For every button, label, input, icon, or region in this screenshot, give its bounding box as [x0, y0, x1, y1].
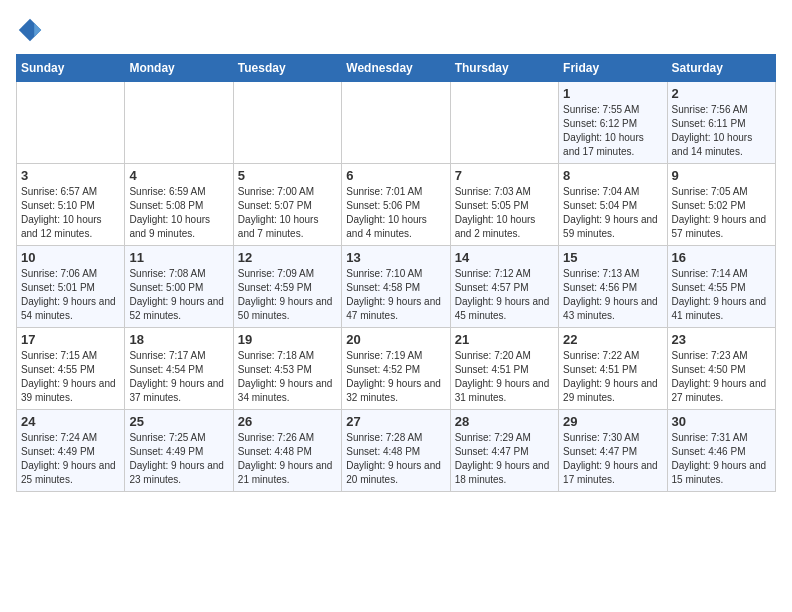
day-info: Sunrise: 7:01 AM Sunset: 5:06 PM Dayligh… [346, 185, 445, 241]
day-info: Sunrise: 7:20 AM Sunset: 4:51 PM Dayligh… [455, 349, 554, 405]
day-number: 10 [21, 250, 120, 265]
calendar-cell: 2Sunrise: 7:56 AM Sunset: 6:11 PM Daylig… [667, 82, 775, 164]
calendar-cell: 4Sunrise: 6:59 AM Sunset: 5:08 PM Daylig… [125, 164, 233, 246]
calendar-cell: 1Sunrise: 7:55 AM Sunset: 6:12 PM Daylig… [559, 82, 667, 164]
day-info: Sunrise: 6:57 AM Sunset: 5:10 PM Dayligh… [21, 185, 120, 241]
day-number: 18 [129, 332, 228, 347]
calendar-cell: 5Sunrise: 7:00 AM Sunset: 5:07 PM Daylig… [233, 164, 341, 246]
calendar-cell: 18Sunrise: 7:17 AM Sunset: 4:54 PM Dayli… [125, 328, 233, 410]
day-info: Sunrise: 6:59 AM Sunset: 5:08 PM Dayligh… [129, 185, 228, 241]
calendar-cell: 17Sunrise: 7:15 AM Sunset: 4:55 PM Dayli… [17, 328, 125, 410]
day-info: Sunrise: 7:15 AM Sunset: 4:55 PM Dayligh… [21, 349, 120, 405]
calendar-cell: 22Sunrise: 7:22 AM Sunset: 4:51 PM Dayli… [559, 328, 667, 410]
day-info: Sunrise: 7:08 AM Sunset: 5:00 PM Dayligh… [129, 267, 228, 323]
day-number: 27 [346, 414, 445, 429]
calendar-cell: 3Sunrise: 6:57 AM Sunset: 5:10 PM Daylig… [17, 164, 125, 246]
day-info: Sunrise: 7:04 AM Sunset: 5:04 PM Dayligh… [563, 185, 662, 241]
day-number: 9 [672, 168, 771, 183]
day-number: 19 [238, 332, 337, 347]
calendar-cell: 21Sunrise: 7:20 AM Sunset: 4:51 PM Dayli… [450, 328, 558, 410]
day-info: Sunrise: 7:19 AM Sunset: 4:52 PM Dayligh… [346, 349, 445, 405]
calendar-cell: 26Sunrise: 7:26 AM Sunset: 4:48 PM Dayli… [233, 410, 341, 492]
day-info: Sunrise: 7:26 AM Sunset: 4:48 PM Dayligh… [238, 431, 337, 487]
calendar-header-thursday: Thursday [450, 55, 558, 82]
calendar-header-tuesday: Tuesday [233, 55, 341, 82]
calendar: SundayMondayTuesdayWednesdayThursdayFrid… [16, 54, 776, 492]
day-number: 23 [672, 332, 771, 347]
day-number: 13 [346, 250, 445, 265]
calendar-header-saturday: Saturday [667, 55, 775, 82]
calendar-cell: 24Sunrise: 7:24 AM Sunset: 4:49 PM Dayli… [17, 410, 125, 492]
day-info: Sunrise: 7:05 AM Sunset: 5:02 PM Dayligh… [672, 185, 771, 241]
day-info: Sunrise: 7:18 AM Sunset: 4:53 PM Dayligh… [238, 349, 337, 405]
day-number: 12 [238, 250, 337, 265]
day-info: Sunrise: 7:25 AM Sunset: 4:49 PM Dayligh… [129, 431, 228, 487]
day-info: Sunrise: 7:23 AM Sunset: 4:50 PM Dayligh… [672, 349, 771, 405]
calendar-cell: 30Sunrise: 7:31 AM Sunset: 4:46 PM Dayli… [667, 410, 775, 492]
calendar-header-sunday: Sunday [17, 55, 125, 82]
calendar-cell: 25Sunrise: 7:25 AM Sunset: 4:49 PM Dayli… [125, 410, 233, 492]
calendar-cell: 9Sunrise: 7:05 AM Sunset: 5:02 PM Daylig… [667, 164, 775, 246]
day-number: 4 [129, 168, 228, 183]
logo [16, 16, 48, 44]
day-info: Sunrise: 7:13 AM Sunset: 4:56 PM Dayligh… [563, 267, 662, 323]
logo-icon [16, 16, 44, 44]
calendar-cell [342, 82, 450, 164]
day-number: 7 [455, 168, 554, 183]
calendar-cell [125, 82, 233, 164]
day-info: Sunrise: 7:14 AM Sunset: 4:55 PM Dayligh… [672, 267, 771, 323]
day-number: 29 [563, 414, 662, 429]
day-info: Sunrise: 7:22 AM Sunset: 4:51 PM Dayligh… [563, 349, 662, 405]
calendar-cell: 13Sunrise: 7:10 AM Sunset: 4:58 PM Dayli… [342, 246, 450, 328]
day-number: 11 [129, 250, 228, 265]
day-number: 3 [21, 168, 120, 183]
day-number: 14 [455, 250, 554, 265]
day-number: 28 [455, 414, 554, 429]
calendar-header-friday: Friday [559, 55, 667, 82]
day-info: Sunrise: 7:03 AM Sunset: 5:05 PM Dayligh… [455, 185, 554, 241]
day-info: Sunrise: 7:10 AM Sunset: 4:58 PM Dayligh… [346, 267, 445, 323]
calendar-cell: 19Sunrise: 7:18 AM Sunset: 4:53 PM Dayli… [233, 328, 341, 410]
calendar-cell: 28Sunrise: 7:29 AM Sunset: 4:47 PM Dayli… [450, 410, 558, 492]
day-number: 15 [563, 250, 662, 265]
day-number: 21 [455, 332, 554, 347]
day-info: Sunrise: 7:24 AM Sunset: 4:49 PM Dayligh… [21, 431, 120, 487]
calendar-week-row: 1Sunrise: 7:55 AM Sunset: 6:12 PM Daylig… [17, 82, 776, 164]
day-number: 24 [21, 414, 120, 429]
day-info: Sunrise: 7:31 AM Sunset: 4:46 PM Dayligh… [672, 431, 771, 487]
calendar-cell: 15Sunrise: 7:13 AM Sunset: 4:56 PM Dayli… [559, 246, 667, 328]
day-number: 25 [129, 414, 228, 429]
calendar-cell [450, 82, 558, 164]
day-info: Sunrise: 7:09 AM Sunset: 4:59 PM Dayligh… [238, 267, 337, 323]
calendar-cell: 10Sunrise: 7:06 AM Sunset: 5:01 PM Dayli… [17, 246, 125, 328]
day-number: 6 [346, 168, 445, 183]
calendar-header-monday: Monday [125, 55, 233, 82]
day-number: 5 [238, 168, 337, 183]
day-number: 17 [21, 332, 120, 347]
day-info: Sunrise: 7:12 AM Sunset: 4:57 PM Dayligh… [455, 267, 554, 323]
day-number: 2 [672, 86, 771, 101]
day-info: Sunrise: 7:17 AM Sunset: 4:54 PM Dayligh… [129, 349, 228, 405]
day-info: Sunrise: 7:29 AM Sunset: 4:47 PM Dayligh… [455, 431, 554, 487]
day-number: 1 [563, 86, 662, 101]
calendar-header-row: SundayMondayTuesdayWednesdayThursdayFrid… [17, 55, 776, 82]
calendar-cell: 20Sunrise: 7:19 AM Sunset: 4:52 PM Dayli… [342, 328, 450, 410]
day-info: Sunrise: 7:06 AM Sunset: 5:01 PM Dayligh… [21, 267, 120, 323]
day-number: 22 [563, 332, 662, 347]
calendar-week-row: 3Sunrise: 6:57 AM Sunset: 5:10 PM Daylig… [17, 164, 776, 246]
day-info: Sunrise: 7:00 AM Sunset: 5:07 PM Dayligh… [238, 185, 337, 241]
day-info: Sunrise: 7:28 AM Sunset: 4:48 PM Dayligh… [346, 431, 445, 487]
calendar-cell: 23Sunrise: 7:23 AM Sunset: 4:50 PM Dayli… [667, 328, 775, 410]
day-number: 30 [672, 414, 771, 429]
svg-marker-1 [34, 23, 41, 37]
header [16, 16, 776, 44]
calendar-cell [233, 82, 341, 164]
calendar-week-row: 10Sunrise: 7:06 AM Sunset: 5:01 PM Dayli… [17, 246, 776, 328]
calendar-cell [17, 82, 125, 164]
day-number: 8 [563, 168, 662, 183]
day-number: 20 [346, 332, 445, 347]
day-info: Sunrise: 7:55 AM Sunset: 6:12 PM Dayligh… [563, 103, 662, 159]
day-info: Sunrise: 7:30 AM Sunset: 4:47 PM Dayligh… [563, 431, 662, 487]
calendar-cell: 7Sunrise: 7:03 AM Sunset: 5:05 PM Daylig… [450, 164, 558, 246]
calendar-week-row: 24Sunrise: 7:24 AM Sunset: 4:49 PM Dayli… [17, 410, 776, 492]
